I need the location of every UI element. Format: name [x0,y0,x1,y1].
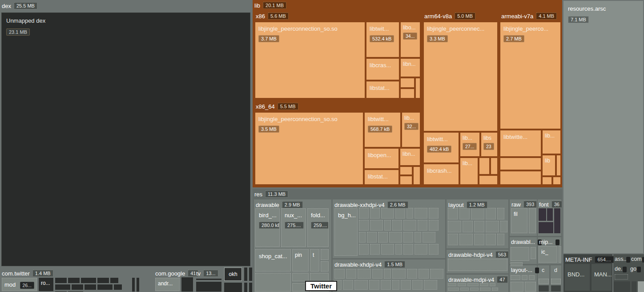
tile[interactable] [479,176,497,184]
tile[interactable] [497,208,504,219]
tile[interactable] [407,269,417,279]
tile[interactable] [490,283,495,286]
tile[interactable] [551,285,561,292]
tile[interactable] [500,158,541,170]
tile-bg-h[interactable]: bg_h... [334,208,358,256]
tile-ro[interactable]: ro... [39,278,53,291]
tile[interactable] [559,246,561,263]
tile[interactable] [529,275,535,280]
tile-libtwitt-arm64[interactable]: libtwitt... 482.4 kB [424,133,459,162]
tile[interactable] [370,220,383,231]
tile-libtwitt-x86-64[interactable]: libtwitt... 568.7 kB [365,113,400,147]
tile-ic[interactable]: ic_ [539,246,557,263]
tile-libn-x86[interactable]: libn... [401,59,420,77]
tile[interactable] [632,281,636,292]
tile[interactable] [539,285,549,292]
tile[interactable] [480,288,491,291]
tile[interactable] [392,269,406,279]
tile[interactable] [412,280,423,290]
tile[interactable] [486,208,496,219]
tile[interactable] [392,220,402,231]
tile[interactable] [448,208,458,219]
tile[interactable] [68,291,83,292]
tile[interactable] [401,280,411,290]
tile-unmapped-dex[interactable]: Unmapped dex 23.1 MB [1,12,250,266]
tile[interactable] [110,278,118,283]
tile[interactable] [196,282,221,292]
tile-libtwitte-armeabi[interactable]: libtwitte... [500,130,541,156]
tile-libjingle-x86-64[interactable]: libjingle_peerconnection_so.so 3.5 MB [255,113,363,184]
tile[interactable] [384,220,391,231]
tile[interactable] [497,234,504,245]
tile-libstat-x86-64[interactable]: libstat... [365,170,398,184]
tile[interactable] [557,155,560,175]
tile[interactable] [85,284,96,290]
tile[interactable] [500,221,507,232]
tile-shop-cat[interactable]: shop_cat... [255,249,291,272]
tile[interactable] [255,273,291,292]
tile[interactable] [72,284,83,290]
tile[interactable] [416,78,420,98]
tile[interactable] [492,288,498,291]
tile[interactable] [137,278,139,292]
tile[interactable] [474,234,484,245]
tile-lib27-arm64[interactable]: lib... 27... [460,133,479,156]
tile[interactable] [551,279,561,284]
tile[interactable] [400,176,412,184]
tile[interactable] [522,275,527,280]
tile[interactable] [429,208,439,219]
tile-libcras-x86[interactable]: libcras... [366,59,399,80]
tile[interactable] [321,261,329,272]
tile[interactable] [486,234,496,245]
tile[interactable] [392,280,399,290]
tile[interactable] [448,234,458,245]
tile[interactable] [415,244,427,255]
tile[interactable] [491,158,497,174]
tile-font[interactable] [539,208,546,221]
tile[interactable] [448,288,459,291]
tile-libjingle-x86[interactable]: libjingle_peerconnection_so.so 3.7 MB [255,22,365,98]
tile[interactable] [407,208,413,219]
tile[interactable] [389,232,402,243]
tile[interactable] [403,232,413,243]
tile[interactable] [378,232,388,243]
tile-lib2-armeabi[interactable]: lib [543,155,555,175]
tile-libtwit-x86[interactable]: libtwit... 532.4 kB [366,22,399,57]
tile[interactable] [395,208,405,219]
tile-lib32-x86-64[interactable]: lib... 32... [402,113,420,147]
tile[interactable] [346,269,356,279]
tile[interactable] [55,291,67,292]
tile[interactable] [359,220,369,231]
tile[interactable] [114,284,122,290]
tile-lib2-arm64[interactable]: lib... [460,158,478,184]
tile-andr[interactable]: andr... [155,278,180,291]
tile[interactable] [511,262,523,266]
tile[interactable] [423,232,435,243]
tile[interactable] [553,177,560,184]
tile[interactable] [343,280,353,290]
tile[interactable] [500,171,541,184]
tile-font[interactable] [547,208,553,221]
tile[interactable] [511,247,529,261]
tile[interactable] [354,280,368,290]
tile[interactable] [470,288,479,291]
tile[interactable] [448,283,456,286]
tile-pin[interactable]: pin [292,249,309,272]
tile[interactable] [414,167,420,184]
tile[interactable] [359,232,366,243]
tile[interactable] [614,281,630,292]
tile[interactable] [132,278,135,292]
tile-t[interactable]: t [310,249,319,272]
tile-man[interactable]: MAN... [592,264,612,291]
tile[interactable] [458,283,466,286]
tile[interactable] [401,89,414,98]
tile-model[interactable]: model 26... [2,278,37,291]
tile[interactable] [97,284,113,290]
tile[interactable] [430,269,443,279]
tile-libs-arm64[interactable]: libs 23 [481,133,497,156]
tile[interactable] [419,269,429,279]
tile[interactable] [415,232,421,243]
tile-libstat-x86[interactable]: libstat... [366,81,399,98]
tile[interactable] [529,208,536,233]
tile-libn-x86-64[interactable]: libn... [400,149,420,165]
